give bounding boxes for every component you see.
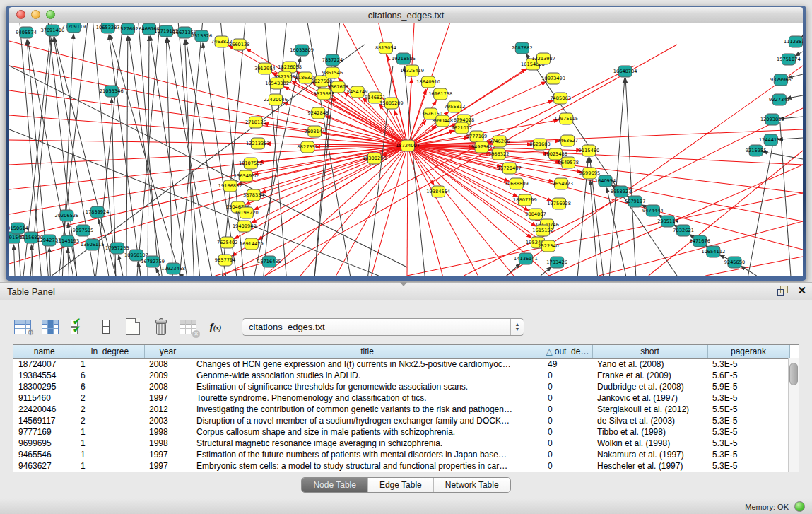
table-cell[interactable]: 6 (76, 370, 144, 381)
graph-node[interactable]: 9405574 (16, 27, 37, 38)
graph-node[interactable]: 11145193 (56, 235, 80, 247)
table-row[interactable]: 2242004622012Investigating the contribut… (13, 404, 789, 415)
table-cell[interactable]: 0 (543, 392, 592, 404)
table-cell[interactable]: 1997 (144, 392, 192, 404)
graph-node[interactable]: 12444139 (759, 134, 783, 146)
table-cell[interactable]: 5.3E-5 (707, 426, 789, 438)
table-cell[interactable]: Tibbo et al. (1998) (592, 426, 707, 438)
graph-node[interactable]: 8660128 (229, 39, 250, 50)
table-cell[interactable]: 5.3E-5 (707, 392, 789, 404)
table-cell[interactable]: 19384554 (13, 370, 76, 381)
graph-node[interactable]: 20206526 (55, 210, 79, 221)
graph-node[interactable]: 1733426 (546, 257, 567, 268)
table-cell[interactable]: Corpus callosum shape and size in male p… (192, 426, 543, 438)
graph-node[interactable]: 9857794 (215, 255, 236, 266)
graph-node[interactable]: 16033809 (290, 45, 314, 56)
table-cell[interactable]: 2008 (144, 358, 192, 370)
graph-node[interactable]: 8813054 (375, 42, 396, 54)
table-cell[interactable]: 2012 (144, 404, 192, 415)
select-all-button[interactable]: ✔ ✔ (68, 317, 88, 337)
table-cell[interactable]: 1 (76, 426, 144, 438)
close-panel-icon[interactable]: ✕ (797, 285, 806, 296)
window-titlebar[interactable]: citations_edges.txt (9, 7, 803, 23)
graph-node[interactable]: 21053346 (100, 86, 124, 97)
table-row[interactable]: 1830029562008Estimation of significance … (13, 381, 789, 392)
graph-node[interactable]: 19654923 (549, 178, 573, 189)
table-cell[interactable]: Nakamura et al. (1997) (592, 449, 707, 460)
table-scrollbar[interactable] (788, 358, 799, 472)
splitter-handle[interactable] (400, 282, 407, 286)
graph-node[interactable]: 12213383 (246, 138, 270, 149)
table-row[interactable]: 1938455462009Genome-wide association stu… (13, 370, 789, 381)
table-cell[interactable]: 1998 (144, 426, 192, 438)
table-cell[interactable]: 0 (543, 404, 592, 415)
table-cell[interactable]: Jankovic et al. (1997) (592, 392, 707, 404)
show-columns-button[interactable] (40, 317, 60, 337)
table-cell[interactable]: Franke et al. (2009) (592, 370, 707, 381)
tab-network-table[interactable]: Network Table (434, 478, 510, 492)
float-panel-icon[interactable] (777, 285, 789, 296)
graph-node[interactable]: 15720407 (498, 163, 522, 174)
minimize-window-button[interactable] (31, 10, 40, 19)
table-cell[interactable]: Estimation of the future numbers of pati… (192, 449, 543, 460)
graph-node[interactable]: 13505115 (81, 239, 105, 250)
graph-node[interactable]: 19756928 (547, 198, 571, 209)
zoom-window-button[interactable] (46, 10, 55, 19)
table-row[interactable]: 969969511998Structural magnetic resonanc… (13, 438, 789, 449)
graph-node[interactable]: 2803144 (305, 126, 326, 137)
table-settings-button[interactable]: ⚙ (13, 317, 33, 337)
table-cell[interactable]: 49 (543, 358, 592, 370)
memory-status-indicator[interactable] (794, 501, 805, 512)
graph-node[interactable]: 37691406 (40, 25, 64, 36)
column-header-name[interactable]: name (13, 345, 76, 358)
table-cell[interactable]: Structural magnetic resonance image aver… (192, 438, 543, 449)
table-cell[interactable]: 2 (76, 415, 144, 426)
table-cell[interactable]: 5.5E-5 (707, 404, 789, 415)
new-column-button[interactable] (123, 317, 143, 337)
table-row[interactable]: 1872400712008Changes of HCN gene express… (13, 358, 789, 370)
table-row[interactable]: 977716911998Corpus callosum shape and si… (13, 426, 789, 438)
table-cell[interactable]: 0 (543, 438, 592, 449)
table-cell[interactable]: 9777169 (13, 426, 76, 438)
graph-node[interactable]: 16914479 (240, 238, 264, 250)
graph-node[interactable]: 21209119 (62, 23, 86, 33)
graph-node[interactable]: 8471676 (689, 235, 710, 247)
table-cell[interactable]: 2 (76, 392, 144, 404)
column-header-short[interactable]: short (592, 345, 707, 358)
table-cell[interactable]: 2008 (144, 381, 192, 392)
delete-column-button[interactable] (151, 317, 170, 337)
graph-node[interactable]: 9699695 (579, 168, 601, 179)
graph-node[interactable]: 10107552 (239, 158, 263, 169)
table-cell[interactable]: Disruption of a novel member of a sodium… (192, 415, 543, 426)
table-row[interactable]: 911546021997Tourette syndrome. Phenomeno… (13, 392, 789, 404)
table-selector-dropdown[interactable]: citations_edges.txt ▲▼ (242, 318, 524, 336)
graph-node[interactable]: 12975115 (554, 113, 578, 124)
graph-node[interactable]: 2718126 (245, 117, 266, 128)
table-cell[interactable]: 0 (543, 460, 592, 472)
table-cell[interactable]: Embryonic stem cells: a model to study s… (192, 460, 543, 472)
graph-node[interactable]: 12093852 (760, 114, 784, 125)
column-header-year[interactable]: year (144, 345, 192, 358)
column-header-title[interactable]: title (192, 345, 543, 358)
graph-node[interactable]: 18640910 (416, 76, 440, 88)
graph-node[interactable]: 9215955 (746, 145, 767, 156)
graph-node[interactable]: 15751074 (777, 54, 801, 65)
table-cell[interactable]: Genome-wide association studies in ADHD. (192, 370, 543, 381)
table-cell[interactable]: 0 (543, 426, 592, 438)
graph-node[interactable]: 7857224 (322, 54, 343, 66)
function-builder-button[interactable]: f(x) (206, 317, 225, 337)
scrollbar-thumb[interactable] (789, 363, 798, 385)
table-cell[interactable]: 1 (76, 438, 144, 449)
table-cell[interactable]: 1997 (144, 460, 192, 472)
network-graph[interactable]: 1872400718300295193845547463822866012839… (9, 23, 803, 276)
column-header-out-de-[interactable]: △out_de… (543, 345, 592, 358)
unselect-all-button[interactable] (95, 317, 115, 337)
graph-node[interactable]: 12923468 (161, 263, 185, 274)
table-row[interactable]: 946554611997Estimation of the future num… (13, 449, 789, 460)
graph-node[interactable]: 10653287 (96, 23, 120, 33)
table-cell[interactable]: 1 (76, 358, 144, 370)
table-cell[interactable]: 2009 (144, 370, 192, 381)
table-cell[interactable]: 5.3E-5 (707, 415, 789, 426)
table-cell[interactable]: 1 (76, 449, 144, 460)
table-cell[interactable]: 18724007 (13, 358, 76, 370)
